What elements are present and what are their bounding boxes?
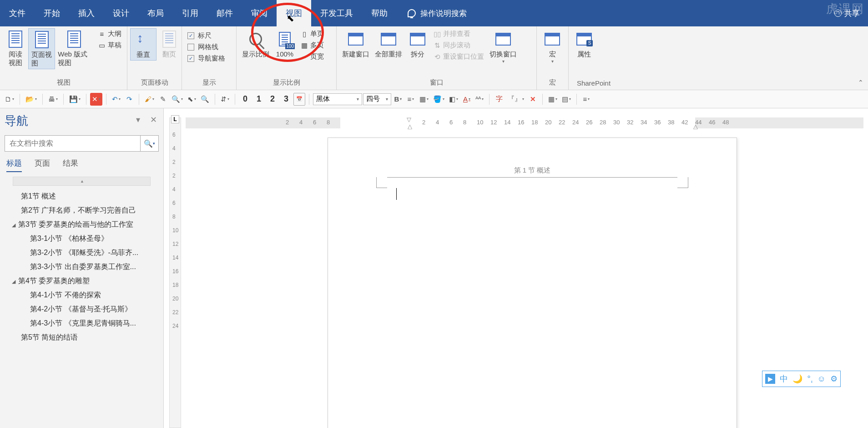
qat-heading-1[interactable]: 1: [252, 93, 265, 106]
toc-item[interactable]: ◢第4节 委罗基奥的雕塑: [5, 274, 159, 288]
qat-insert-table-button[interactable]: ▦▾: [546, 93, 559, 106]
qat-bold-button[interactable]: B▾: [392, 93, 404, 106]
qat-text-effect-button[interactable]: ᴬᴬ▾: [474, 93, 485, 106]
ime-punct-icon[interactable]: °ˌ: [807, 374, 812, 384]
arrange-all-label: 全部重排: [375, 50, 402, 59]
switch-windows-button[interactable]: 切换窗口▾: [487, 28, 520, 65]
nav-tab-headings[interactable]: 标题: [6, 158, 22, 172]
tab-file[interactable]: 文件: [0, 0, 35, 26]
tab-insert[interactable]: 插入: [69, 0, 104, 26]
qat-new-button[interactable]: 🗋▾: [3, 93, 16, 106]
nav-tab-results[interactable]: 结果: [63, 158, 78, 172]
document-page[interactable]: 第 1 节 概述: [328, 138, 737, 428]
tab-view[interactable]: 视图: [277, 0, 311, 26]
gridlines-checkbox[interactable]: 网格线: [185, 41, 228, 53]
qat-insert-rows-button[interactable]: ▤▾: [560, 93, 573, 106]
toc-item[interactable]: 第3-3小节 出自委罗基奥工作室...: [5, 260, 159, 274]
toc-item[interactable]: 第5节 简短的结语: [5, 331, 159, 345]
ime-settings-icon[interactable]: ⚙: [830, 374, 838, 384]
qat-shading-button[interactable]: 🪣▾: [431, 93, 446, 106]
tab-selector[interactable]: L: [171, 115, 179, 123]
toc-item[interactable]: 第3-2小节 《耶稣受洗》-乌菲齐...: [5, 246, 159, 260]
qat-delete-button[interactable]: ✕: [527, 93, 539, 106]
tab-layout[interactable]: 布局: [138, 0, 173, 26]
qat-heading-2[interactable]: 2: [266, 93, 279, 106]
qat-ruby-button[interactable]: 字: [493, 93, 505, 106]
arrange-all-button[interactable]: 全部重排: [372, 28, 405, 60]
nav-search-input[interactable]: [5, 136, 140, 151]
qat-borders-button[interactable]: ▦▾: [418, 93, 430, 106]
font-size-select[interactable]: 四号▾: [363, 93, 391, 105]
vertical-ruler[interactable]: L 64224681012141618202224: [169, 117, 181, 428]
page-header-text: 第 1 节 概述: [328, 166, 737, 175]
read-mode-button[interactable]: 阅读 视图: [3, 28, 28, 68]
page-width-button[interactable]: ↔页宽: [298, 51, 327, 62]
qat-more-button[interactable]: ≡▾: [580, 93, 592, 106]
web-layout-button[interactable]: Web 版式视图: [55, 28, 93, 68]
nav-tab-pages[interactable]: 页面: [35, 158, 50, 172]
navpane-checkbox[interactable]: ✓导航窗格: [185, 53, 228, 64]
tab-developer[interactable]: 开发工具: [311, 0, 362, 26]
tab-home[interactable]: 开始: [35, 0, 69, 26]
toc-item[interactable]: 第4-3小节 《克里奥尼青铜骑马...: [5, 316, 159, 331]
nav-search-box[interactable]: 🔍▾: [5, 135, 159, 152]
qat-save-button[interactable]: 💾▾: [67, 93, 82, 106]
draft-button[interactable]: ▭草稿: [95, 40, 124, 51]
new-window-button[interactable]: 新建窗口: [339, 28, 372, 60]
font-family-select[interactable]: 黑体▾: [313, 93, 362, 105]
split-button[interactable]: 拆分: [405, 28, 430, 60]
qat-redo-button[interactable]: ↷: [123, 93, 135, 106]
ime-moon-icon[interactable]: 🌙: [792, 374, 802, 384]
qat-highlight-button[interactable]: ✎: [157, 93, 169, 106]
ime-mode[interactable]: 中: [780, 373, 788, 384]
nav-close-button[interactable]: ✕: [150, 115, 157, 125]
nav-dropdown-button[interactable]: ▾: [136, 115, 140, 125]
toc-item[interactable]: ◢第3节 委罗基奥的绘画与他的工作室: [5, 218, 159, 232]
toc-item[interactable]: 第2节 广拜名师，不断学习完善自己: [5, 204, 159, 218]
qat-close-button[interactable]: ✕▾: [90, 93, 102, 106]
qat-align-button[interactable]: ≡▾: [405, 93, 417, 106]
tab-mailings[interactable]: 邮件: [207, 0, 242, 26]
ime-emoji-icon[interactable]: ☺: [818, 374, 826, 384]
tab-help[interactable]: 帮助: [362, 0, 397, 26]
ruler-checkbox[interactable]: ✓标尺: [185, 30, 228, 41]
one-page-button[interactable]: ▯单页: [298, 28, 327, 40]
multi-page-button[interactable]: ▦多页: [298, 40, 327, 51]
qat-find-button[interactable]: 🔍▾: [170, 93, 185, 106]
ribbon-group-show-label: 显示: [182, 76, 236, 90]
horizontal-ruler[interactable]: ▽ △ △ 8642246810121416182022242628303234…: [186, 117, 863, 128]
vertical-button[interactable]: 垂直: [130, 28, 156, 61]
qat-clear-format-button[interactable]: ◧▾: [447, 93, 460, 106]
nav-jump-top[interactable]: [13, 177, 151, 186]
toc-item[interactable]: 第3-1小节 《柏林圣母》: [5, 232, 159, 246]
qat-heading-0[interactable]: 0: [239, 93, 252, 106]
collapse-ribbon-button[interactable]: ⌃: [858, 79, 863, 86]
qat-open-button[interactable]: 📂▾: [24, 93, 39, 106]
qat-print-button[interactable]: 🖶▾: [46, 93, 60, 106]
qat-brackets-button[interactable]: 『』▾: [506, 93, 526, 106]
toc-item[interactable]: 第4-1小节 不倦的探索: [5, 288, 159, 302]
zoom-button[interactable]: 显示比例: [239, 28, 272, 60]
qat-zoom-button[interactable]: 🔍: [199, 93, 211, 106]
qat-undo-button[interactable]: ↶▾: [110, 93, 122, 106]
macros-button[interactable]: 宏▾: [540, 28, 565, 65]
tab-design[interactable]: 设计: [104, 0, 138, 26]
ribbon-group-window-label: 窗口: [337, 76, 536, 90]
zoom-100-button[interactable]: 100100%: [272, 28, 298, 59]
toc-item[interactable]: 第4-2小节 《基督与圣·托马斯》: [5, 302, 159, 316]
tab-references[interactable]: 引用: [173, 0, 207, 26]
outline-button[interactable]: ≡大纲: [95, 28, 124, 40]
properties-button[interactable]: S属性: [571, 28, 597, 60]
qat-linespacing-button[interactable]: ⇵▾: [219, 93, 231, 106]
qat-select-button[interactable]: ⬉▾: [186, 93, 198, 106]
tab-review[interactable]: 审阅: [242, 0, 277, 26]
qat-format-painter-button[interactable]: 🖌▾: [143, 93, 156, 106]
toc-item[interactable]: 第1节 概述: [5, 189, 159, 204]
nav-search-button[interactable]: 🔍▾: [140, 136, 158, 151]
qat-heading-3[interactable]: 3: [280, 93, 293, 106]
print-layout-button[interactable]: 页面视图: [28, 28, 55, 69]
qat-font-color-button[interactable]: A▾: [461, 93, 473, 106]
ime-toolbar[interactable]: ▶ 中 🌙 °ˌ ☺ ⚙: [762, 371, 841, 387]
qat-date-button[interactable]: 📅: [293, 93, 305, 106]
tell-me-search[interactable]: 操作说明搜索: [408, 8, 467, 19]
